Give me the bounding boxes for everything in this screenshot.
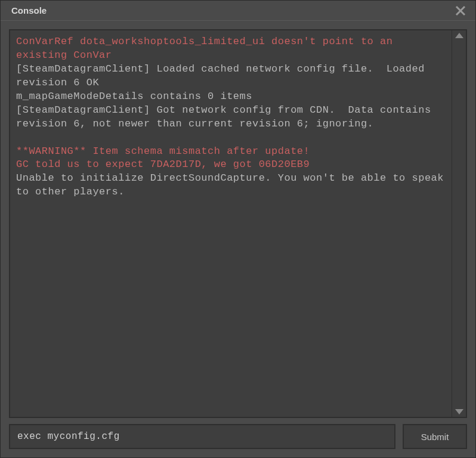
log-line: [SteamDatagramClient] Got network config… bbox=[16, 104, 437, 129]
submit-button[interactable]: Submit bbox=[403, 424, 467, 449]
log-line: ConVarRef dota_workshoptools_limited_ui … bbox=[16, 36, 399, 61]
scroll-up-icon[interactable] bbox=[455, 33, 463, 38]
log-line: GC told us to expect 7DA2D17D, we got 06… bbox=[16, 159, 310, 170]
log-line: [SteamDatagramClient] Loaded cached netw… bbox=[16, 63, 431, 88]
log-line: **WARNING** Item schema mismatch after u… bbox=[16, 146, 310, 157]
log-output: ConVarRef dota_workshoptools_limited_ui … bbox=[10, 30, 452, 417]
log-container: ConVarRef dota_workshoptools_limited_ui … bbox=[9, 29, 467, 418]
close-button[interactable] bbox=[452, 2, 469, 20]
command-input[interactable] bbox=[9, 424, 395, 449]
log-line: m_mapGameModeDetails contains 0 items bbox=[16, 91, 252, 102]
console-window: Console ConVarRef dota_workshoptools_lim… bbox=[0, 0, 476, 458]
log-line: Unable to initialize DirectSoundCapture.… bbox=[16, 172, 450, 197]
scroll-down-icon[interactable] bbox=[455, 409, 463, 414]
scrollbar[interactable] bbox=[452, 30, 466, 417]
titlebar: Console bbox=[1, 1, 475, 21]
content-area: ConVarRef dota_workshoptools_limited_ui … bbox=[1, 21, 475, 457]
close-icon bbox=[455, 5, 466, 16]
window-title: Console bbox=[11, 5, 47, 16]
input-row: Submit bbox=[9, 424, 467, 449]
